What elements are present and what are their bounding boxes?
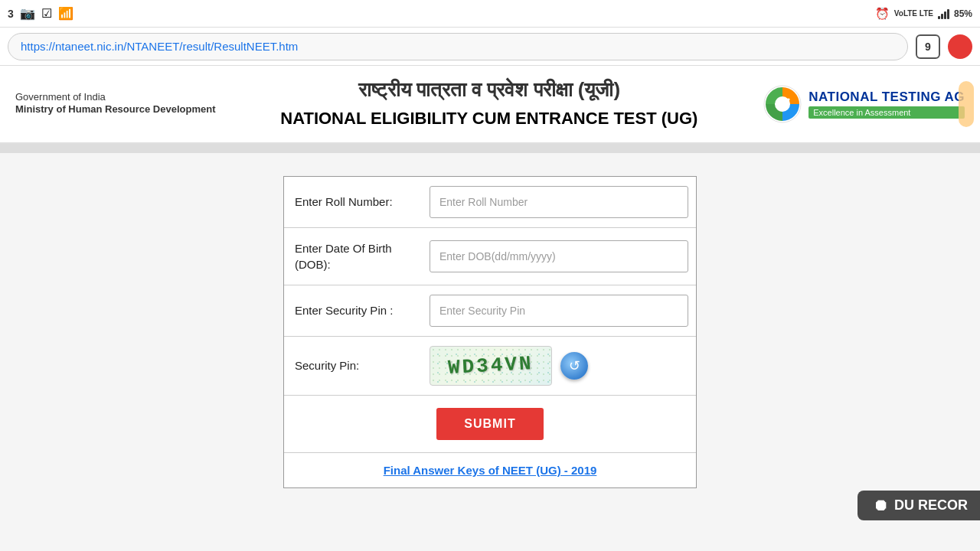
divider xyxy=(0,144,980,153)
security-pin-input[interactable] xyxy=(430,295,688,327)
login-form: Enter Roll Number: Enter Date Of Birth (… xyxy=(283,176,697,488)
main-content: Government of India Ministry of Human Re… xyxy=(0,66,980,551)
scroll-indicator xyxy=(959,81,974,127)
gov-line1: Government of India xyxy=(15,91,216,103)
submit-button[interactable]: SUBMIT xyxy=(436,408,543,440)
url-bar: 9 xyxy=(0,28,980,66)
status-bar: 3 📷 ☑ 📶 ⏰ VoLTE LTE 85% xyxy=(0,0,980,28)
answer-key-link[interactable]: Final Answer Keys of NEET (UG) - 2019 xyxy=(384,464,597,477)
page-header: Government of India Ministry of Human Re… xyxy=(0,66,980,144)
dob-label: Enter Date Of Birth (DOB): xyxy=(284,228,422,285)
checkbox-icon: ☑ xyxy=(41,6,52,21)
gov-info: Government of India Ministry of Human Re… xyxy=(15,91,216,116)
nta-icon xyxy=(763,84,802,124)
du-recorder-label: DU RECOR xyxy=(894,497,968,514)
captcha-wrap: WD34VN ↻ xyxy=(422,337,696,395)
profile-avatar[interactable] xyxy=(948,34,972,59)
security-pin-label: Enter Security Pin : xyxy=(284,290,422,331)
dob-input[interactable] xyxy=(430,240,688,272)
english-title: NATIONAL ELIGIBILITY CUM ENTRANCE TEST (… xyxy=(231,108,748,130)
nta-text: NATIONAL TESTING AG Excellence in Assess… xyxy=(808,90,965,119)
refresh-arrow-icon: ↻ xyxy=(569,357,580,374)
notification-count: 3 xyxy=(8,8,14,20)
network-label: VoLTE LTE xyxy=(894,9,933,18)
refresh-captcha-button[interactable]: ↻ xyxy=(560,351,589,380)
captcha-row: Security Pin: WD34VN ↻ xyxy=(284,337,696,396)
nta-tagline: Excellence in Assessment xyxy=(808,106,965,119)
camera-icon: 📷 xyxy=(20,6,35,21)
status-left-icons: 3 📷 ☑ 📶 xyxy=(8,6,74,21)
nta-name: NATIONAL TESTING AG xyxy=(808,90,965,105)
refresh-circle-icon: ↻ xyxy=(560,352,588,380)
nta-logo-block: NATIONAL TESTING AG Excellence in Assess… xyxy=(763,84,965,124)
captcha-label: Security Pin: xyxy=(284,345,422,386)
security-pin-input-wrap xyxy=(422,285,696,336)
record-icon: ⏺ xyxy=(873,497,888,514)
captcha-text: WD34VN xyxy=(447,352,534,380)
hindi-title: राष्ट्रीय पात्रता व प्रवेश परीक्षा (यूजी… xyxy=(231,78,748,102)
du-recorder-watermark: ⏺ DU RECOR xyxy=(858,491,980,520)
battery-indicator: 85% xyxy=(954,8,972,19)
captcha-image: WD34VN xyxy=(430,346,552,386)
submit-row: SUBMIT xyxy=(284,396,696,453)
dob-row: Enter Date Of Birth (DOB): xyxy=(284,228,696,285)
nta-logo: NATIONAL TESTING AG Excellence in Assess… xyxy=(763,84,965,124)
roll-number-label: Enter Roll Number: xyxy=(284,181,422,222)
wifi-icon: 📶 xyxy=(58,6,74,21)
alarm-icon: ⏰ xyxy=(875,7,890,21)
form-wrapper: Enter Roll Number: Enter Date Of Birth (… xyxy=(0,153,980,511)
exam-title-block: राष्ट्रीय पात्रता व प्रवेश परीक्षा (यूजी… xyxy=(216,78,763,130)
url-input[interactable] xyxy=(8,33,908,60)
roll-number-row: Enter Roll Number: xyxy=(284,177,696,228)
signal-bars xyxy=(938,8,949,19)
roll-number-input[interactable] xyxy=(430,186,688,218)
gov-line2: Ministry of Human Resource Development xyxy=(15,103,216,116)
security-pin-row: Enter Security Pin : xyxy=(284,285,696,337)
tab-count[interactable]: 9 xyxy=(916,34,940,59)
roll-number-input-wrap xyxy=(422,177,696,227)
status-right-icons: ⏰ VoLTE LTE 85% xyxy=(875,7,972,21)
link-row: Final Answer Keys of NEET (UG) - 2019 xyxy=(284,453,696,487)
dob-input-wrap xyxy=(422,231,696,282)
